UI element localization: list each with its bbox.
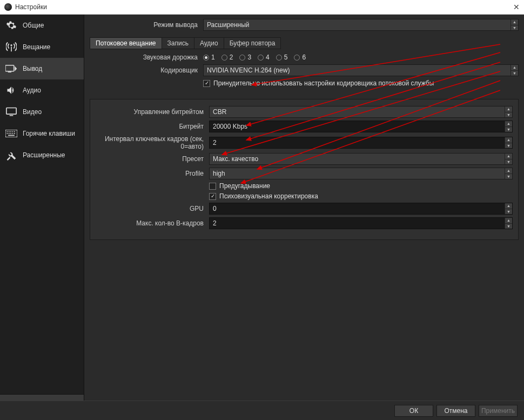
svg-rect-8 (12, 131, 14, 132)
sidebar-item-video[interactable]: Видео (0, 101, 84, 123)
input-value: 2 (213, 219, 217, 227)
apply-button[interactable]: Применить (479, 405, 518, 417)
checkbox-icon (209, 183, 216, 190)
close-icon[interactable]: ✕ (513, 3, 520, 11)
app-icon (4, 3, 12, 11)
output-mode-label: Режим вывода (90, 21, 203, 29)
svg-rect-12 (10, 133, 11, 134)
input-value: 20000 Kbps (213, 123, 247, 130)
checkbox-icon: ✓ (209, 193, 216, 200)
chevron-up-icon: ▲ (511, 65, 518, 70)
svg-rect-0 (5, 65, 14, 71)
svg-rect-5 (7, 131, 8, 132)
audio-track-5[interactable]: 5 (276, 54, 288, 61)
enforce-encoder-checkbox[interactable]: ✓ Принудительно использовать настройки к… (203, 79, 519, 87)
dialog-footer: ОК Отмена Применить (0, 401, 524, 420)
svg-rect-14 (14, 133, 15, 134)
input-value: 2 (213, 139, 217, 146)
sidebar-item-stream[interactable]: Вещание (0, 36, 84, 58)
window-title: Настройки (15, 3, 47, 11)
bitrate-input[interactable]: 20000 Kbps ▲▼ (209, 121, 513, 132)
sidebar-item-general[interactable]: Общие (0, 15, 84, 36)
select-value: NVIDIA NVENC H.264 (new) (207, 66, 290, 74)
audio-track-2[interactable]: 2 (221, 54, 233, 61)
checkbox-label: Предугадывание (219, 182, 270, 190)
svg-rect-9 (14, 131, 15, 132)
chevron-up-icon: ▲ (511, 19, 518, 25)
lookahead-checkbox[interactable]: Предугадывание (209, 182, 513, 190)
sidebar-item-label: Расширенные (23, 151, 65, 159)
keyint-label: Интервал ключевых кадров (сек, 0=авто) (96, 135, 209, 150)
chevron-down-icon: ▼ (511, 25, 518, 31)
input-value: 0 (213, 205, 217, 212)
select-value: Макс. качество (213, 155, 258, 163)
keyboard-icon (5, 130, 17, 137)
encoder-select[interactable]: NVIDIA NVENC H.264 (new) ▲▼ (203, 64, 519, 76)
encoder-settings-group: Управление битрейтом CBR ▲▼ Битрейт 2000… (90, 99, 519, 240)
tab-streaming[interactable]: Потоковое вещание (90, 37, 162, 49)
sidebar-item-audio[interactable]: Аудио (0, 79, 84, 101)
encoder-label: Кодировщик (90, 66, 203, 74)
monitor-icon (5, 107, 17, 117)
sidebar-item-advanced[interactable]: Расширенные (0, 144, 84, 166)
rate-control-select[interactable]: CBR ▲▼ (209, 106, 513, 118)
sidebar: Общие Вещание Вывод Аудио Видео (0, 15, 84, 401)
sidebar-item-output[interactable]: Вывод (0, 58, 84, 79)
audio-track-4[interactable]: 4 (258, 54, 270, 61)
keyint-input[interactable]: 2 ▲▼ (209, 137, 513, 149)
tools-icon (5, 150, 17, 161)
sidebar-item-label: Горячие клавиши (23, 130, 75, 137)
tab-audio[interactable]: Аудио (194, 37, 224, 49)
svg-rect-1 (8, 72, 11, 73)
audio-track-label: Звуковая дорожка (90, 54, 203, 61)
checkbox-icon: ✓ (203, 80, 210, 87)
sidebar-item-label: Видео (23, 108, 42, 116)
audio-track-6[interactable]: 6 (294, 54, 306, 61)
bitrate-label: Битрейт (96, 123, 209, 130)
bframes-label: Макс. кол-во B-кадров (96, 219, 209, 227)
gear-icon (5, 20, 17, 31)
audio-track-3[interactable]: 3 (239, 54, 251, 61)
output-tabs: Потоковое вещание Запись Аудио Буфер пов… (90, 37, 519, 49)
svg-rect-15 (8, 135, 15, 136)
svg-rect-2 (6, 108, 16, 115)
checkbox-label: Принудительно использовать настройки код… (213, 79, 434, 87)
preset-select[interactable]: Макс. качество ▲▼ (209, 153, 513, 165)
psycho-checkbox[interactable]: ✓ Психовизуальная корректировка (209, 192, 513, 200)
audio-track-radios: 1 2 3 4 5 6 (203, 54, 519, 61)
sidebar-item-label: Вывод (23, 65, 42, 72)
select-value: Расширенный (207, 21, 250, 29)
sidebar-item-label: Вещание (23, 43, 50, 51)
select-value: CBR (213, 108, 226, 116)
sidebar-scrollbar[interactable] (0, 394, 84, 401)
svg-rect-10 (7, 133, 8, 134)
tab-replay-buffer[interactable]: Буфер повтора (224, 37, 281, 49)
output-icon (5, 64, 17, 74)
profile-select[interactable]: high ▲▼ (209, 168, 513, 179)
main-panel: Режим вывода Расширенный ▲▼ Потоковое ве… (84, 15, 524, 401)
select-value: high (213, 170, 225, 177)
speaker-icon (5, 85, 17, 96)
tab-recording[interactable]: Запись (162, 37, 194, 49)
sidebar-item-hotkeys[interactable]: Горячие клавиши (0, 123, 84, 144)
sidebar-item-label: Аудио (23, 86, 41, 94)
titlebar: Настройки ✕ (0, 0, 524, 15)
bframes-input[interactable]: 2 ▲▼ (209, 217, 513, 229)
output-mode-select[interactable]: Расширенный ▲▼ (203, 19, 519, 31)
cancel-button[interactable]: Отмена (436, 405, 475, 417)
svg-rect-7 (10, 131, 11, 132)
antenna-icon (5, 42, 17, 52)
sidebar-item-label: Общие (23, 22, 44, 29)
rate-control-label: Управление битрейтом (96, 108, 209, 116)
profile-label: Profile (96, 170, 209, 177)
preset-label: Пресет (96, 155, 209, 163)
svg-rect-11 (9, 133, 10, 134)
ok-button[interactable]: ОК (394, 405, 433, 417)
gpu-label: GPU (96, 205, 209, 212)
gpu-input[interactable]: 0 ▲▼ (209, 203, 513, 215)
svg-rect-3 (10, 115, 14, 116)
svg-rect-13 (12, 133, 14, 134)
audio-track-1[interactable]: 1 (203, 54, 215, 61)
svg-rect-6 (9, 131, 10, 132)
checkbox-label: Психовизуальная корректировка (219, 192, 318, 200)
